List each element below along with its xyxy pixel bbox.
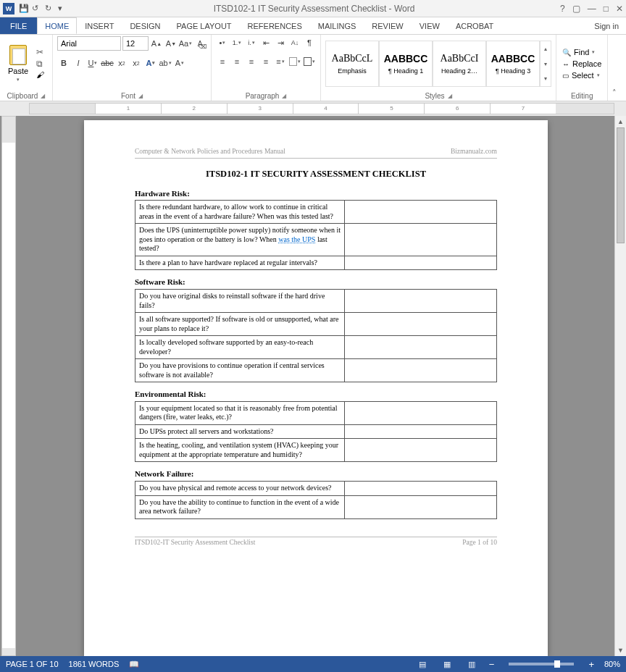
tab-insert[interactable]: INSERT [77, 17, 122, 34]
sign-in-link[interactable]: Sign in [587, 17, 626, 34]
style-heading2[interactable]: AaBbCcI Heading 2… [433, 41, 486, 87]
multilevel-list-button[interactable] [245, 36, 258, 49]
tab-references[interactable]: REFERENCES [240, 17, 310, 34]
select-button[interactable]: Select▾ [561, 70, 603, 80]
increase-indent-button[interactable] [274, 36, 287, 49]
styles-more[interactable]: ▴ ▾ ▾ [540, 41, 551, 87]
close-icon[interactable]: ✕ [616, 4, 623, 14]
tab-home[interactable]: HOME [37, 17, 77, 34]
clipboard-launcher-icon[interactable]: ◢ [41, 93, 45, 99]
view-read-mode-icon[interactable]: ▤ [415, 658, 430, 670]
zoom-out-button[interactable]: − [489, 659, 495, 670]
tab-mailings[interactable]: MAILINGS [310, 17, 364, 34]
scroll-thumb[interactable] [617, 127, 625, 243]
superscript-button[interactable]: x2 [130, 56, 143, 70]
qat-customize-icon[interactable]: ▾ [58, 4, 68, 14]
decrease-indent-button[interactable] [259, 36, 272, 49]
strikethrough-button[interactable]: abc [101, 56, 114, 70]
sort-button[interactable] [288, 36, 301, 49]
scroll-up-icon[interactable]: ▲ [615, 116, 626, 127]
paste-icon [9, 45, 27, 65]
style-heading3[interactable]: AABBCC ¶ Heading 3 [486, 41, 540, 87]
bullets-button[interactable] [216, 36, 229, 49]
grow-font-button[interactable]: A▲ [150, 37, 163, 50]
tab-view[interactable]: VIEW [412, 17, 448, 34]
styles-launcher-icon[interactable]: ◢ [448, 93, 452, 99]
ribbon-tabs: FILE HOME INSERT DESIGN PAGE LAYOUT REFE… [0, 17, 626, 35]
align-center-button[interactable] [230, 55, 243, 68]
font-size-combo[interactable]: 12 [122, 36, 149, 51]
text-effects-button[interactable]: A [144, 56, 157, 70]
maximize-icon[interactable]: □ [604, 4, 609, 14]
subscript-button[interactable]: x2 [115, 56, 128, 70]
font-launcher-icon[interactable]: ◢ [138, 93, 143, 99]
clear-formatting-button[interactable] [193, 37, 206, 50]
help-icon[interactable]: ? [560, 4, 565, 14]
ruler-tick: 7 [490, 104, 556, 114]
page-canvas[interactable]: Computer & Network Policies and Procedur… [17, 116, 614, 656]
borders-button[interactable] [303, 55, 316, 68]
vertical-scrollbar[interactable]: ▲ ▼ [614, 116, 626, 656]
shading-button[interactable] [288, 55, 301, 68]
answer-cell [345, 424, 497, 439]
status-words[interactable]: 1861 WORDS [69, 660, 120, 668]
collapse-ribbon-icon[interactable]: ˄ [608, 35, 621, 101]
highlight-button[interactable]: ab [159, 56, 172, 70]
style-emphasis[interactable]: AaBbCcL Emphasis [325, 41, 379, 87]
copy-icon[interactable] [36, 59, 48, 69]
table-row: Is locally developed software supported … [135, 336, 497, 359]
ruler-tick: 6 [424, 104, 490, 114]
answer-cell [345, 336, 497, 359]
undo-icon[interactable]: ↺ [32, 4, 42, 14]
align-right-button[interactable] [245, 55, 258, 68]
change-case-button[interactable]: Aa [179, 37, 192, 50]
tab-file[interactable]: FILE [0, 17, 37, 34]
format-painter-icon[interactable] [36, 70, 48, 80]
zoom-slider[interactable] [509, 663, 574, 665]
line-spacing-button[interactable] [274, 55, 287, 68]
cut-icon[interactable] [36, 47, 48, 57]
style-heading1[interactable]: AABBCC ¶ Heading 1 [379, 41, 433, 87]
save-icon[interactable]: 💾 [19, 4, 29, 14]
find-button[interactable]: Find▾ [561, 47, 603, 57]
zoom-in-button[interactable]: + [588, 659, 594, 670]
replace-button[interactable]: Replace [561, 59, 603, 69]
question-cell: Is the heating, cooling, and ventilation… [135, 439, 345, 462]
italic-button[interactable]: I [72, 56, 85, 70]
zoom-level[interactable]: 80% [604, 660, 620, 668]
font-name-combo[interactable]: Arial [57, 36, 121, 51]
align-left-button[interactable] [216, 55, 229, 68]
show-marks-button[interactable] [303, 36, 316, 49]
ribbon-options-icon[interactable]: ▢ [572, 4, 580, 14]
tab-review[interactable]: REVIEW [364, 17, 411, 34]
font-color-button[interactable]: A [173, 56, 186, 70]
style-label: ¶ Heading 3 [496, 67, 530, 75]
underline-button[interactable]: U [86, 56, 99, 70]
ruler-vertical[interactable] [1, 116, 16, 656]
ruler-tick: 5 [358, 104, 424, 114]
scroll-down-icon[interactable]: ▼ [615, 644, 626, 656]
paste-button[interactable]: Paste ▾ [4, 45, 32, 83]
ruler-horizontal[interactable]: 1 2 3 4 5 6 7 [29, 103, 614, 114]
group-label-styles: Styles [425, 92, 444, 100]
zoom-knob[interactable] [554, 660, 560, 668]
scroll-track[interactable] [615, 127, 626, 644]
tab-acrobat[interactable]: ACROBAT [448, 17, 501, 34]
paragraph-launcher-icon[interactable]: ◢ [282, 93, 286, 99]
bold-button[interactable]: B [57, 56, 70, 70]
redo-icon[interactable]: ↻ [45, 4, 55, 14]
minimize-icon[interactable]: — [588, 4, 596, 14]
status-proofing-icon[interactable]: 📖 [129, 660, 139, 669]
answer-cell [345, 224, 497, 256]
section-title: Environmental Risk: [135, 390, 497, 400]
tab-design[interactable]: DESIGN [122, 17, 168, 34]
view-web-layout-icon[interactable]: ▥ [464, 658, 479, 670]
tab-page-layout[interactable]: PAGE LAYOUT [169, 17, 240, 34]
answer-cell [345, 201, 497, 224]
shrink-font-button[interactable]: A▼ [164, 37, 178, 50]
view-print-layout-icon[interactable]: ▦ [440, 658, 454, 670]
numbering-button[interactable] [230, 36, 243, 49]
status-page[interactable]: PAGE 1 OF 10 [6, 660, 59, 668]
justify-button[interactable] [259, 55, 272, 68]
table-row: Is the heating, cooling, and ventilation… [135, 439, 497, 462]
